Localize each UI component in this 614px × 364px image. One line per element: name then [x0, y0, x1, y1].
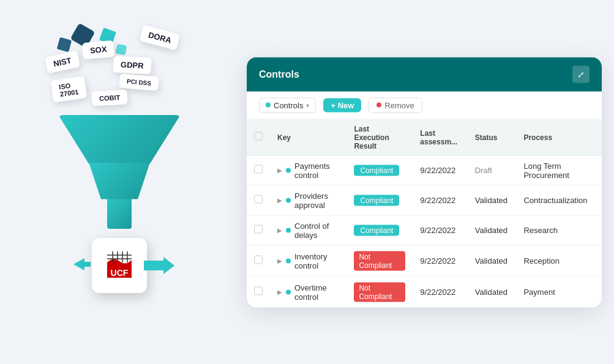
row-checkbox[interactable]	[254, 225, 263, 234]
new-button[interactable]: + New	[323, 98, 361, 112]
row-key-cell: ▶ Control of delays	[270, 215, 346, 245]
row-status-label: Validated	[475, 288, 507, 297]
status-badge-compliant: Compliant	[354, 225, 399, 236]
status-badge-compliant: Compliant	[354, 195, 399, 206]
chevron-down-icon: ▾	[306, 102, 309, 108]
row-execution-cell: Not Compliant	[346, 245, 413, 277]
col-header-process: Process	[516, 119, 602, 155]
row-process-cell: Research	[516, 215, 602, 245]
row-chevron-icon: ▶	[277, 258, 282, 264]
doc-card-iso: ISO27001	[51, 76, 87, 102]
row-status-cell: Validated	[468, 215, 517, 245]
header-checkbox[interactable]	[254, 132, 263, 141]
document-cards: NIST SOX GDPR DORA ISO27001 PCI DSS COBI…	[40, 23, 199, 121]
row-assessment-cell: 9/22/2022	[413, 155, 467, 185]
funnel-tube	[107, 198, 132, 229]
row-checkbox[interactable]	[254, 256, 263, 264]
right-arrow	[144, 254, 174, 277]
row-checkbox-cell	[247, 245, 270, 277]
expand-button[interactable]: ⤢	[572, 65, 590, 83]
doc-card-sox: SOX	[82, 40, 115, 59]
row-checkbox-cell	[247, 155, 270, 185]
row-status-label: Validated	[475, 196, 507, 205]
svg-marker-0	[73, 258, 91, 270]
row-status-cell: Validated	[468, 185, 517, 215]
row-key-cell: ▶ Inventory control	[270, 245, 346, 277]
row-assessment-cell: 9/22/2022	[413, 185, 467, 215]
row-status-label: Draft	[475, 166, 492, 175]
row-assessment-cell: 9/22/2022	[413, 277, 467, 308]
row-key-label: Payments control	[294, 161, 339, 179]
funnel-shape	[58, 115, 181, 229]
row-execution-cell: Compliant	[346, 155, 413, 185]
row-key-cell: ▶ Overtime control	[270, 277, 346, 308]
remove-dot	[376, 103, 381, 108]
doc-card-cobit: COBIT	[91, 89, 127, 106]
svg-text:UCF: UCF	[111, 268, 129, 278]
row-status-label: Validated	[475, 256, 507, 266]
row-status-dot	[286, 228, 291, 232]
status-badge-not-compliant: Not Compliant	[354, 282, 405, 302]
panel-toolbar: Controls ▾ + New Remove	[247, 91, 602, 119]
row-status-dot	[286, 258, 291, 263]
row-chevron-icon: ▶	[277, 167, 282, 174]
table-row: ▶ Control of delays Compliant 9/22/2022 …	[247, 215, 602, 245]
controls-panel: Controls ⤢ Controls ▾ + New Remove K	[247, 57, 602, 307]
row-status-cell: Validated	[468, 245, 517, 277]
left-arrow	[73, 256, 91, 275]
row-checkbox[interactable]	[254, 165, 263, 174]
new-button-label: + New	[331, 100, 354, 110]
row-checkbox-cell	[247, 277, 270, 308]
table-header-row: Key Last Execution Result Last assessm..…	[247, 119, 602, 155]
row-checkbox-cell	[247, 215, 270, 245]
doc-card-pcidss: PCI DSS	[119, 73, 159, 91]
row-status-dot	[286, 198, 291, 202]
remove-button-label: Remove	[384, 100, 414, 110]
row-assessment-cell: 9/22/2022	[413, 245, 467, 277]
table-row: ▶ Overtime control Not Compliant 9/22/20…	[247, 277, 602, 308]
panel-title: Controls	[259, 69, 299, 80]
row-process-cell: Payment	[516, 277, 602, 308]
row-execution-cell: Not Compliant	[346, 277, 413, 308]
status-badge-not-compliant: Not Compliant	[354, 251, 405, 270]
row-key-label: Control of delays	[294, 221, 339, 239]
table-row: ▶ Payments control Compliant 9/22/2022 D…	[247, 155, 602, 185]
row-key-label: Inventory control	[294, 251, 339, 270]
controls-dropdown[interactable]: Controls ▾	[259, 97, 316, 113]
table-row: ▶ Inventory control Not Compliant 9/22/2…	[247, 245, 602, 277]
doc-card-dora: DORA	[140, 24, 181, 50]
col-header-key: Key	[270, 119, 346, 155]
row-status-dot	[286, 289, 291, 294]
expand-icon: ⤢	[577, 69, 585, 79]
ucf-logo: UCF	[104, 250, 135, 281]
row-key-cell: ▶ Payments control	[270, 155, 346, 185]
panel-header: Controls ⤢	[247, 57, 602, 91]
funnel-diagram: NIST SOX GDPR DORA ISO27001 PCI DSS COBI…	[21, 23, 217, 341]
row-checkbox[interactable]	[254, 287, 263, 295]
col-header-execution: Last Execution Result	[346, 119, 413, 155]
remove-button[interactable]: Remove	[369, 97, 422, 113]
status-badge-compliant: Compliant	[354, 165, 399, 176]
doc-card-nist: NIST	[45, 50, 80, 73]
row-assessment-cell: 9/22/2022	[413, 215, 467, 245]
table-row: ▶ Providers approval Compliant 9/22/2022…	[247, 185, 602, 215]
ucf-container: UCF	[92, 238, 147, 293]
row-key-label: Providers approval	[294, 191, 339, 209]
row-key-label: Overtime control	[294, 283, 339, 301]
row-key-cell: ▶ Providers approval	[270, 185, 346, 215]
ucf-logo-box: UCF	[92, 238, 147, 293]
row-status-cell: Validated	[468, 277, 517, 308]
row-status-dot	[286, 168, 291, 173]
row-process-cell: Reception	[516, 245, 602, 277]
doc-card-gdpr: GDPR	[113, 56, 151, 74]
row-checkbox[interactable]	[254, 195, 263, 204]
controls-table: Key Last Execution Result Last assessm..…	[247, 119, 602, 307]
col-header-checkbox	[247, 119, 270, 155]
illustration-section: NIST SOX GDPR DORA ISO27001 PCI DSS COBI…	[0, 0, 239, 364]
controls-dot	[266, 103, 271, 108]
controls-dropdown-label: Controls	[274, 100, 303, 110]
row-process-cell: Long Term Procurement	[516, 155, 602, 185]
row-checkbox-cell	[247, 185, 270, 215]
funnel-top	[58, 115, 181, 164]
col-header-status: Status	[468, 119, 517, 155]
